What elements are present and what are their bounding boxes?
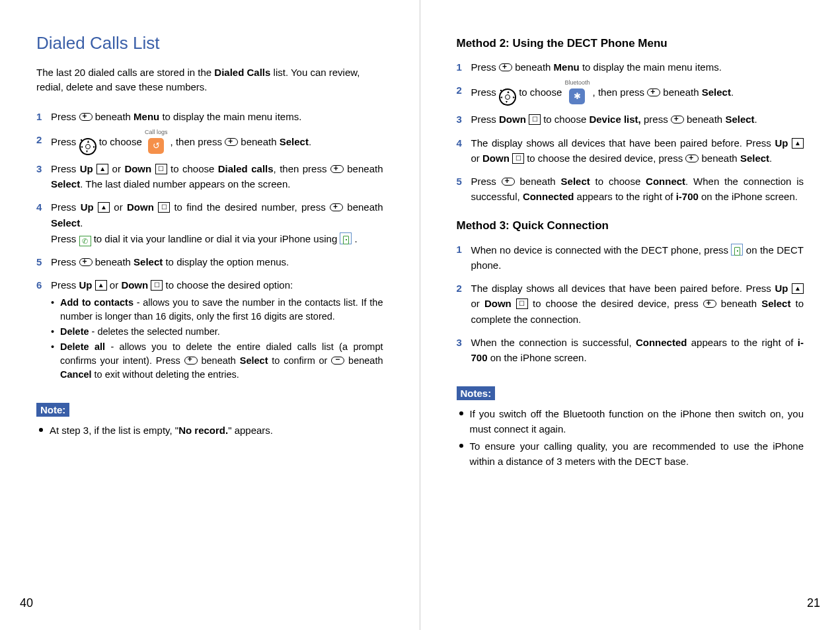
notes-badge: Notes: xyxy=(457,386,496,400)
t: . xyxy=(769,153,772,164)
down-label: Down xyxy=(124,163,151,174)
opt-delete: Delete - deletes the selected number. xyxy=(51,325,383,339)
down-key-icon: ☐ xyxy=(529,114,541,125)
call-logs-app-icon: Call logs↺ xyxy=(145,129,168,151)
m2-step-4: 4 The display shows all devices that hav… xyxy=(457,135,804,166)
select-label: Select xyxy=(240,355,268,366)
up-key-icon: ▲ xyxy=(95,280,107,291)
dialed-label: Dialed calls xyxy=(218,163,274,174)
step-num: 4 xyxy=(457,135,462,151)
call-green-icon: ✆ xyxy=(79,236,91,246)
t: press xyxy=(641,114,671,125)
softkey-plus-icon xyxy=(330,165,344,173)
t: , then press xyxy=(274,163,330,174)
t: to exit without deleting the entries. xyxy=(92,369,239,380)
t: Delete xyxy=(60,326,89,337)
t: Press xyxy=(51,163,80,174)
t: . The last dialed number appears on the … xyxy=(80,178,290,190)
m3-step-1: 1 When no device is connected with the D… xyxy=(457,242,804,273)
t: beneath xyxy=(684,114,726,125)
t: on the iPhone screen. xyxy=(488,352,587,363)
t: The display shows all devices that have … xyxy=(471,137,775,149)
t: beneath xyxy=(93,256,134,267)
m2-step-1: 1 Press beneath Menu to display the main… xyxy=(457,59,804,75)
t: - deletes the selected number. xyxy=(89,326,220,337)
t: beneath xyxy=(699,153,740,164)
down-key-icon: ☐ xyxy=(151,280,163,291)
t: Press xyxy=(471,87,500,98)
connected-label: Connected xyxy=(636,337,687,348)
up-key-icon: ▲ xyxy=(792,138,804,149)
app-label: Call logs xyxy=(145,129,168,135)
select-label: Select xyxy=(702,87,731,98)
app-label: Bluetooth xyxy=(564,80,590,86)
t: to find the desired number, press xyxy=(170,201,330,213)
t: to dial it via your landline or dial it … xyxy=(91,233,340,244)
step-num: 2 xyxy=(457,281,462,296)
opt-add-contacts: Add to contacts - allows you to save the… xyxy=(51,296,383,324)
page-number-right: 21 xyxy=(807,596,820,610)
t: beneath xyxy=(344,355,383,366)
softkey-plus-icon xyxy=(79,258,93,266)
t: to display the option menus. xyxy=(163,256,289,267)
t: Press xyxy=(51,111,79,122)
down-label: Down xyxy=(127,201,154,213)
steps-method2: 1 Press beneath Menu to display the main… xyxy=(457,59,804,205)
t: to choose xyxy=(516,87,564,98)
step-num: 3 xyxy=(457,335,462,350)
up-key-icon: ▲ xyxy=(96,164,108,174)
steps-method3: 1 When no device is connected with the D… xyxy=(457,242,804,366)
m3-step-3: 3 When the connection is successful, Con… xyxy=(457,335,804,366)
page-left: Dialed Calls List The last 20 dialed cal… xyxy=(0,0,420,630)
method2-title: Method 2: Using the DECT Phone Menu xyxy=(457,37,804,50)
softkey-plus-icon xyxy=(671,116,684,123)
t: to choose the desired device, press xyxy=(528,298,703,309)
t: Press xyxy=(51,279,79,291)
softkey-plus-icon xyxy=(330,203,343,211)
t: Press xyxy=(471,61,500,73)
select-label: Select xyxy=(561,176,590,187)
connected-label: Connected xyxy=(523,191,574,202)
t: , then press xyxy=(590,87,647,98)
step-6: 6 Press Up ▲ or Down ☐ to choose the des… xyxy=(36,277,383,381)
t: . xyxy=(731,87,734,98)
t: Press xyxy=(51,233,79,244)
note-item: If you switch off the Bluetooth function… xyxy=(457,407,804,437)
t: Press xyxy=(51,201,81,213)
cancel-label: Cancel xyxy=(60,369,92,380)
t: or xyxy=(107,279,122,291)
step-1: 1 Press beneath Menu to display the main… xyxy=(36,109,383,124)
t: to choose xyxy=(590,176,646,187)
t: The display shows all devices that have … xyxy=(471,283,775,294)
t: to choose the desired device, press xyxy=(524,153,685,164)
select-label: Select xyxy=(725,114,754,125)
t: or xyxy=(108,163,124,174)
notes-list-left: At step 3, if the list is empty, "No rec… xyxy=(36,423,383,438)
m2-step-5: 5 Press beneath Select to choose Connect… xyxy=(457,174,804,205)
notes-list-right: If you switch off the Bluetooth function… xyxy=(457,407,804,469)
step-5: 5 Press beneath Select to display the op… xyxy=(36,254,383,269)
iphone-key-icon xyxy=(340,232,352,244)
up-label: Up xyxy=(80,163,93,174)
down-key-icon: ☐ xyxy=(516,298,528,309)
t: appears to the right of xyxy=(574,191,675,202)
step-num: 1 xyxy=(457,59,462,75)
step-num: 1 xyxy=(457,242,462,257)
t: No record. xyxy=(178,425,228,436)
t: beneath xyxy=(198,355,240,366)
t: to display the main menu items. xyxy=(580,61,722,73)
softkey-plus-icon xyxy=(647,88,660,96)
step-num: 3 xyxy=(457,112,462,127)
t: Add to contacts xyxy=(60,297,134,308)
t: . xyxy=(755,114,757,125)
nav-ring-icon: ▲▾◂▸ xyxy=(79,138,96,155)
t: . xyxy=(80,217,83,228)
t: to choose xyxy=(96,136,145,147)
softkey-plus-icon xyxy=(703,300,716,308)
intro-a: The last 20 dialed calls are stored in t… xyxy=(36,67,214,78)
softkey-plus-icon xyxy=(499,63,512,71)
up-label: Up xyxy=(775,283,788,294)
step-4: 4 Press Up ▲ or Down ☐ to find the desir… xyxy=(36,199,383,246)
t: beneath xyxy=(512,61,554,73)
iphone-key-icon xyxy=(731,244,743,256)
